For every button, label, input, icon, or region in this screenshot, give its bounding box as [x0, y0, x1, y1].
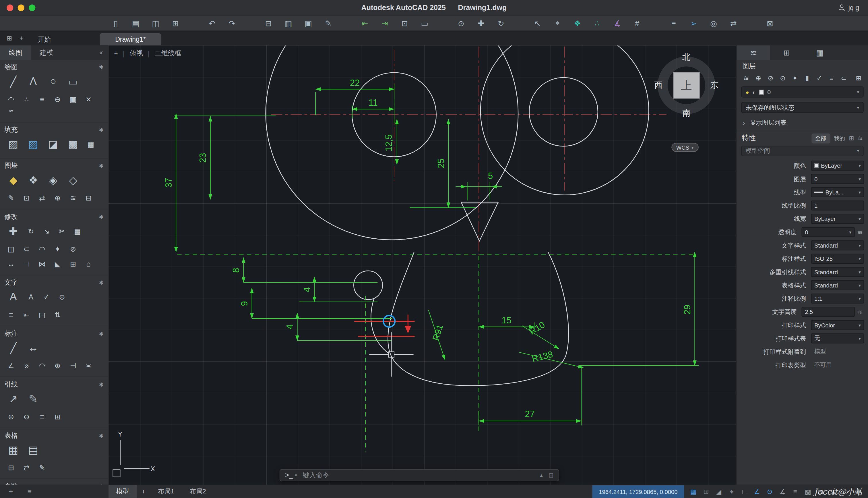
layer-states-tab[interactable]: ⊞ — [770, 45, 803, 60]
fillet-icon[interactable]: ◠ — [37, 245, 48, 253]
block-editor-icon[interactable]: ◈ — [45, 173, 61, 187]
orbit-button[interactable]: ↻ — [494, 17, 508, 29]
layer-on-bulb-icon[interactable]: ● — [746, 89, 749, 95]
panel-dock-icon[interactable]: ≋ — [858, 135, 863, 142]
align-leaders-icon[interactable]: ≡ — [37, 413, 48, 421]
multiline-text-icon[interactable]: A — [5, 290, 21, 304]
collect-leaders-icon[interactable]: ⊞ — [52, 413, 63, 421]
viewcube-south[interactable]: 南 — [682, 108, 691, 119]
section-settings-icon[interactable]: ✱ — [99, 483, 103, 485]
layer-walk-icon[interactable]: ≡ — [826, 74, 837, 82]
layer-off-icon[interactable]: ⊘ — [765, 74, 776, 82]
property-side-button[interactable]: ≋ — [856, 229, 864, 235]
stretch-icon[interactable]: ↔ — [5, 260, 17, 268]
pan-button[interactable]: ✚ — [474, 17, 488, 29]
text-style-icon[interactable]: ≡ — [5, 311, 17, 319]
tab-model[interactable]: 建模 — [31, 45, 62, 60]
section-settings-icon[interactable]: ✱ — [99, 213, 103, 220]
property-value-control[interactable]: Standard ▾ — [811, 267, 864, 277]
command-input[interactable]: 键入命令 — [302, 470, 329, 480]
property-value-control[interactable]: ByLa... ▾ — [811, 187, 864, 197]
layer-properties-icon[interactable]: ≋ — [741, 74, 751, 82]
quick-select-icon[interactable]: ⊞ — [849, 135, 854, 142]
tab-draw[interactable]: 绘图 — [0, 45, 31, 60]
breakline-icon[interactable]: ✕ — [83, 95, 94, 104]
centerline-icon[interactable]: ≡ — [37, 95, 48, 104]
arc-icon[interactable]: ◠ — [5, 95, 17, 104]
page-setup-button[interactable]: ▣ — [301, 17, 315, 29]
property-value-control[interactable]: ByColor ▾ — [811, 320, 864, 330]
section-settings-icon[interactable]: ✱ — [99, 381, 103, 388]
offset-icon[interactable]: ⊂ — [21, 245, 32, 253]
zoom-button[interactable] — [29, 4, 35, 11]
pdf-import-icon[interactable]: ▤ — [37, 311, 48, 319]
polar-tracking-toggle[interactable]: ∠ — [751, 486, 763, 497]
center-mark-icon[interactable]: ⊕ — [52, 362, 63, 370]
join-icon[interactable]: ⋈ — [37, 260, 48, 268]
add-palette-button[interactable]: + — [9, 487, 13, 496]
sync-button[interactable]: ⇄ — [726, 17, 741, 29]
layer-lock-icon[interactable]: ▮ — [802, 74, 812, 82]
transparency-toggle[interactable]: ▩ — [802, 486, 814, 497]
overkill-icon[interactable]: ⌂ — [83, 260, 94, 268]
property-value-control[interactable]: Standard ▾ — [811, 280, 864, 290]
property-value-control[interactable]: ByLayer ▾ — [811, 160, 864, 171]
data-link-icon[interactable]: ⇄ — [21, 463, 32, 472]
attach-button[interactable]: ▭ — [417, 17, 432, 29]
property-value-control[interactable]: 2.5 ▾ — [802, 307, 855, 317]
isolate-objects-toggle[interactable]: ○ — [840, 486, 852, 497]
radius-dimension-icon[interactable]: ⌀ — [21, 362, 32, 370]
layer-plot-icon[interactable]: ◐ — [752, 89, 756, 95]
current-layer-select[interactable]: ● ◐ 0 ▾ — [741, 87, 864, 97]
property-side-button[interactable]: ≋ — [856, 309, 864, 315]
polyline-icon[interactable]: Λ — [26, 74, 41, 89]
clipboard-button[interactable]: ⊠ — [763, 17, 777, 29]
save-as-button[interactable]: ⊞ — [168, 17, 182, 29]
wcs-dropdown[interactable]: WCS ▾ — [672, 143, 699, 152]
open-button[interactable]: ▤ — [128, 17, 143, 29]
paste-button[interactable]: ⊡ — [397, 17, 412, 29]
export-table-icon[interactable]: ⊟ — [5, 463, 17, 472]
property-value-control[interactable]: 无 ▾ — [811, 333, 864, 343]
trim-icon[interactable]: ✂ — [56, 227, 68, 235]
layer-freeze-icon[interactable]: ✦ — [790, 74, 800, 82]
tab-start[interactable]: 开始 — [28, 33, 61, 45]
layer-settings-icon[interactable]: ⊞ — [854, 74, 864, 82]
print-button[interactable]: ⊟ — [261, 17, 275, 29]
object-snap-toggle[interactable]: ⊙ — [764, 486, 776, 497]
share-button[interactable]: ➢ — [686, 17, 701, 29]
section-settings-icon[interactable]: ✱ — [99, 432, 103, 438]
dynamic-input-toggle[interactable]: ⌖ — [725, 486, 737, 497]
zoom-window-button[interactable]: ⊙ — [454, 17, 468, 29]
grid-display-toggle[interactable]: ▦ — [688, 486, 699, 497]
hatch-edit-icon[interactable]: ▦ — [85, 140, 96, 148]
palette-menu-icon[interactable]: ≡ — [28, 487, 32, 496]
viewcube-west[interactable]: 西 — [654, 80, 663, 91]
new-layer-icon[interactable]: ⊕ — [754, 74, 763, 82]
ellipse-icon[interactable]: ⊖ — [52, 95, 63, 104]
point-icon[interactable]: ∴ — [21, 95, 32, 104]
collapse-panel-button[interactable]: « — [94, 45, 108, 60]
command-collapse-icon[interactable]: ▴ — [540, 472, 543, 479]
attribute-sync-icon[interactable]: ⇄ — [37, 194, 48, 202]
visual-style-control[interactable]: 二维线框 — [155, 49, 181, 58]
customization-gear[interactable]: ✱ — [853, 486, 865, 497]
text-scale-icon[interactable]: ⇅ — [52, 311, 63, 319]
export-button[interactable]: ⇥ — [378, 17, 392, 29]
sheet-set-button[interactable]: ✎ — [321, 17, 336, 29]
layer-walk-button[interactable]: ≡ — [666, 17, 681, 29]
filter-mine-button[interactable]: 我的 — [834, 134, 845, 142]
select-cursor-button[interactable]: ↖ — [530, 17, 545, 29]
osnap-settings-button[interactable]: ⌖ — [550, 17, 565, 29]
block-explode-icon[interactable]: ⊟ — [83, 194, 94, 202]
ortho-mode-toggle[interactable]: ∟ — [738, 486, 750, 497]
new-layout-button[interactable]: + — [137, 488, 150, 495]
close-button[interactable] — [6, 4, 13, 11]
align-icon[interactable]: ⊞ — [67, 260, 79, 268]
minimize-button[interactable] — [18, 4, 24, 11]
text-justify-icon[interactable]: ⇤ — [21, 311, 32, 319]
circle-icon[interactable]: ○ — [45, 74, 61, 89]
import-button[interactable]: ⇤ — [358, 17, 372, 29]
tab-drawing1[interactable]: Drawing1* — [99, 33, 161, 45]
property-value-control[interactable]: ByLayer ▾ — [811, 214, 864, 224]
